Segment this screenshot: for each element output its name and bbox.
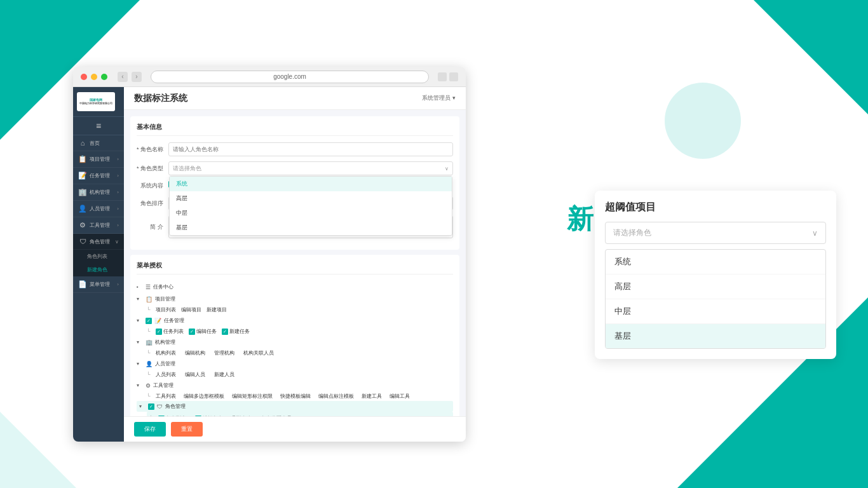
sidebar-toggle[interactable]: ≡ [73,117,124,135]
dropdown-option-base[interactable]: 基层 [170,220,452,235]
sidebar-item-project[interactable]: 📋 项目管理 › [73,151,124,168]
perm-new-task: ✓ 新建任务 [222,328,250,335]
task-mgmt-name: 任务管理 [164,317,184,324]
menu-auth-section: 菜单授权 ▪ ☰ 任务中心 ▾ 📋 项目管理 [130,255,459,416]
role-option-system[interactable]: 系统 [606,250,825,274]
task-mgmt-checkbox[interactable]: ✓ [146,318,152,324]
forward-button[interactable]: › [132,72,142,82]
sidebar-item-tool[interactable]: ⚙ 工具管理 › [73,217,124,234]
logo-area: 国家电网 中国电力科学研究院有限公司 [73,87,124,117]
dash-icon-4: └ [147,372,151,377]
role-option-mid[interactable]: 中层 [606,299,825,324]
back-button[interactable]: ‹ [118,72,128,82]
dash-icon-5: └ [147,393,151,399]
app-container: 国家电网 中国电力科学研究院有限公司 ≡ ⌂ 首页 📋 项目管理 › 📝 任务管… [73,87,466,442]
browser-actions [438,72,458,81]
personnel-icon: 👤 [146,361,153,367]
tool-icon: ⚙ [78,221,87,229]
role-name-input[interactable] [168,142,453,156]
dropdown-option-high[interactable]: 高层 [170,191,452,206]
sidebar-label-tool: 工具管理 [90,222,114,229]
perm-edit-task: ✓ 编辑任务 [189,328,217,335]
perm-org-list: 机构列表 [156,349,176,356]
menu-icon: 📄 [78,280,87,288]
tool-mgmt-name: 工具管理 [153,382,173,389]
role-dropdown-card: 超阈值项目 请选择角色 ∨ 系统 高层 中层 基层 [595,191,836,359]
role-name-label: * 角色名称 [137,146,168,154]
role-type-label: * 角色类型 [137,165,168,173]
menu-item-project-mgmt: ▾ 📋 项目管理 [137,293,453,305]
expand-icon-tool: ▾ [137,383,143,388]
bookmark-button[interactable] [449,72,458,81]
expand-icon-task-mgmt: ▾ [137,318,143,323]
save-button[interactable]: 保存 [134,422,166,437]
perm-new-tool: 新建工具 [362,393,382,400]
perm-edit-org: 编辑机构 [185,349,205,356]
menu-item-org-mgmt: ▾ 🏢 机构管理 [137,336,453,348]
perm-project-list: 项目列表 [156,306,176,313]
personnel-name: 人员管理 [155,360,175,367]
browser-chrome: ‹ › google.com [73,67,466,87]
perm-edit-point: 编辑点标注模板 [318,393,354,400]
role-select-bar[interactable]: 请选择角色 ∨ [605,222,826,244]
chevron-right-icon-2: › [117,173,119,179]
task-list-cb[interactable]: ✓ [156,329,162,335]
task-child-list: └ ✓ 任务列表 ✓ 编辑任务 ✓ 新建任务 [147,327,453,336]
address-bar[interactable]: google.com [151,71,429,83]
role-option-high[interactable]: 高层 [606,274,825,299]
expand-icon-org: ▾ [137,339,143,345]
role-mgmt-checkbox[interactable]: ✓ [148,403,154,410]
sidebar-item-user[interactable]: 👤 人员管理 › [73,201,124,217]
chevron-right-icon: › [117,156,119,162]
expand-icon-personnel: ▾ [137,361,143,367]
sidebar-item-task[interactable]: 📝 任务管理 › [73,168,124,184]
sidebar-sub-role-create[interactable]: 新建角色 [73,263,124,276]
reset-button[interactable]: 重置 [171,422,203,437]
main-header: 数据标注系统 系统管理员 ▾ [124,87,466,110]
project-child-list: └ 项目列表 编辑项目 新建项目 [147,305,453,315]
perm-new-personnel: 新建人员 [214,371,234,378]
dash-icon-2: └ [147,329,151,334]
personnel-children: └ 人员列表 编辑人员 新建人员 [147,370,453,379]
perm-personnel-list: 人员列表 [156,371,176,378]
window-close-dot[interactable] [81,74,87,80]
sidebar-item-menu[interactable]: 📄 菜单管理 › [73,276,124,293]
sidebar-item-home[interactable]: ⌂ 首页 [73,135,124,151]
new-task-cb[interactable]: ✓ [222,329,228,335]
org-mgmt-name: 机构管理 [155,339,175,346]
sidebar: 国家电网 中国电力科学研究院有限公司 ≡ ⌂ 首页 📋 项目管理 › 📝 任务管… [73,87,124,442]
share-button[interactable] [438,72,447,81]
org-icon: 🏢 [78,188,87,196]
role-type-select[interactable]: 请选择角色 ∨ 系统 高层 中层 基层 [168,161,453,175]
dropdown-option-mid[interactable]: 中层 [170,206,452,220]
deco-circle [665,83,741,159]
edit-task-cb[interactable]: ✓ [189,329,195,335]
sidebar-sub-role-list[interactable]: 角色列表 [73,250,124,263]
personnel-child-list: └ 人员列表 编辑人员 新建人员 [147,370,453,379]
sidebar-label-user: 人员管理 [90,205,114,212]
sidebar-label-org: 机构管理 [90,189,114,196]
sidebar-item-org[interactable]: 🏢 机构管理 › [73,184,124,201]
window-minimize-dot[interactable] [91,74,97,80]
system-content-label: 系统内容 [137,182,168,190]
select-arrow-icon: ∨ [445,166,449,172]
dropdown-option-system[interactable]: 系统 [170,177,452,191]
perm-edit-rect: 编辑矩形标注权限 [232,393,273,400]
tool-mgmt-icon: ⚙ [146,383,151,389]
role-option-base[interactable]: 基层 [606,324,825,348]
header-user[interactable]: 系统管理员 ▾ [422,94,456,102]
chevron-right-icon-4: › [117,206,119,212]
expand-icon-project: ▾ [137,296,143,302]
role-name-row: * 角色名称 [137,142,453,156]
sidebar-label-home: 首页 [90,140,119,147]
perm-manage-org: 管理机构 [214,349,234,356]
sidebar-label-project: 项目管理 [90,156,114,163]
sidebar-item-role[interactable]: 🛡 角色管理 ∨ [73,234,124,250]
window-maximize-dot[interactable] [101,74,107,80]
intro-label: 简 介 [137,223,168,231]
menu-item-task-mgmt: ▾ ✓ 📝 任务管理 [137,315,453,327]
user-label: 系统管理员 ▾ [422,94,456,102]
org-mgmt-icon: 🏢 [146,339,153,346]
project-mgmt-icon: 📋 [146,296,153,302]
chevron-right-icon-5: › [117,222,119,228]
